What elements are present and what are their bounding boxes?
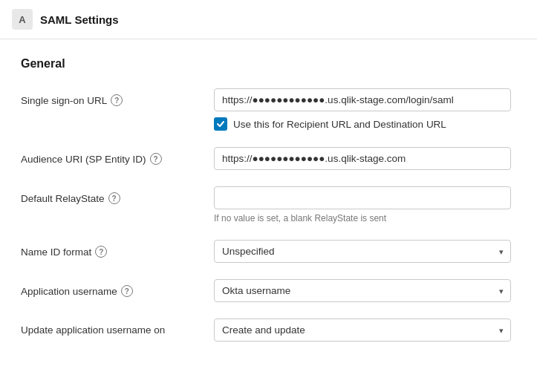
audience-uri-row: Audience URI (SP Entity ID) ?: [21, 147, 516, 170]
recipient-url-checkbox[interactable]: [214, 117, 227, 131]
relay-state-input[interactable]: [214, 186, 511, 209]
relay-state-control: If no value is set, a blank RelayState i…: [214, 186, 511, 223]
name-id-format-select-wrapper: Unspecified EmailAddress X509SubjectName…: [214, 240, 511, 263]
recipient-url-label: Use this for Recipient URL and Destinati…: [233, 119, 446, 130]
app-username-control: Okta username Email Custom ▾: [214, 279, 511, 302]
app-username-help-icon[interactable]: ?: [121, 285, 133, 297]
update-username-select[interactable]: Create and update Create only: [214, 318, 511, 342]
sso-url-label: Single sign-on URL ?: [21, 88, 214, 106]
section-title: General: [21, 57, 516, 71]
app-username-select[interactable]: Okta username Email Custom: [214, 279, 511, 302]
relay-state-hint: If no value is set, a blank RelayState i…: [214, 213, 511, 223]
name-id-format-row: Name ID format ? Unspecified EmailAddres…: [21, 240, 516, 263]
audience-uri-control: [214, 147, 511, 170]
name-id-format-label: Name ID format ?: [21, 240, 214, 258]
audience-uri-label: Audience URI (SP Entity ID) ?: [21, 147, 214, 165]
name-id-format-help-icon[interactable]: ?: [95, 246, 107, 258]
update-username-select-wrapper: Create and update Create only ▾: [214, 318, 511, 342]
relay-state-row: Default RelayState ? If no value is set,…: [21, 186, 516, 223]
header-app-icon: A: [12, 9, 33, 30]
sso-url-row: Single sign-on URL ? Use this for Recipi…: [21, 88, 516, 131]
recipient-url-checkbox-row: Use this for Recipient URL and Destinati…: [214, 117, 511, 131]
sso-url-input[interactable]: [214, 88, 511, 111]
audience-uri-input[interactable]: [214, 147, 511, 170]
update-username-row: Update application username on Create an…: [21, 318, 516, 342]
name-id-format-select[interactable]: Unspecified EmailAddress X509SubjectName…: [214, 240, 511, 263]
app-username-select-wrapper: Okta username Email Custom ▾: [214, 279, 511, 302]
name-id-format-control: Unspecified EmailAddress X509SubjectName…: [214, 240, 511, 263]
sso-url-control: Use this for Recipient URL and Destinati…: [214, 88, 511, 131]
update-username-control: Create and update Create only ▾: [214, 318, 511, 342]
relay-state-help-icon[interactable]: ?: [108, 192, 120, 204]
app-username-row: Application username ? Okta username Ema…: [21, 279, 516, 302]
update-username-label: Update application username on: [21, 318, 214, 336]
app-username-label: Application username ?: [21, 279, 214, 297]
content-area: General Single sign-on URL ? Use this fo…: [0, 39, 537, 376]
sso-url-help-icon[interactable]: ?: [111, 94, 123, 106]
audience-uri-help-icon[interactable]: ?: [150, 153, 162, 165]
header: A SAML Settings: [0, 0, 537, 39]
header-title: SAML Settings: [40, 13, 119, 26]
relay-state-label: Default RelayState ?: [21, 186, 214, 204]
